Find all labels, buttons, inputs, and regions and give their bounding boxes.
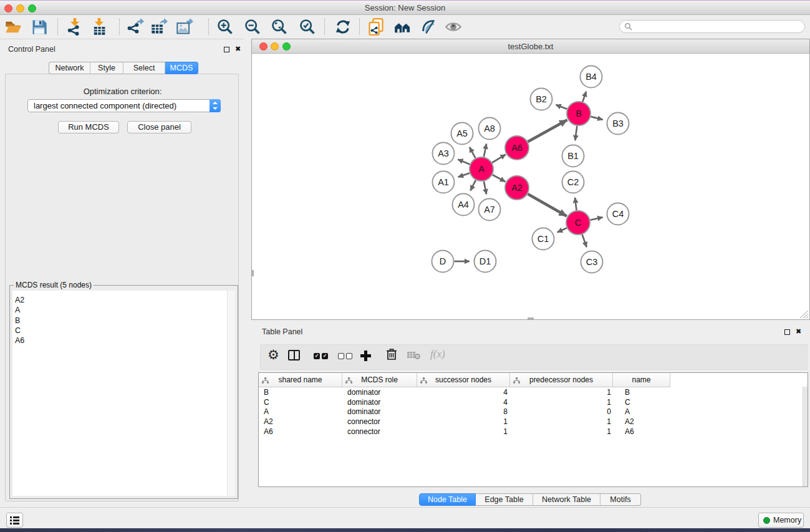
column-header-predecessor-nodes[interactable]: predecessor nodes [510, 373, 613, 387]
table-scrollbar[interactable] [803, 387, 808, 486]
node-C2[interactable]: C2 [562, 172, 584, 193]
refresh-icon[interactable] [334, 18, 352, 36]
mcds-result-list[interactable]: A2ABCA6 [12, 291, 235, 496]
delete-table-icon[interactable] [407, 351, 421, 362]
import-table-icon[interactable] [90, 18, 108, 36]
node-B[interactable]: B [567, 102, 591, 125]
edge-C-C4[interactable] [591, 217, 603, 220]
node-C1[interactable]: C1 [533, 228, 554, 250]
node-A3[interactable]: A3 [433, 143, 455, 165]
tab-node-table[interactable]: Node Table [419, 493, 476, 506]
edge-A-A5[interactable] [470, 147, 476, 158]
network-window-titlebar[interactable]: testGlobe.txt [252, 39, 809, 54]
edge-A-A8[interactable] [484, 144, 486, 157]
float-panel-icon[interactable] [224, 47, 229, 52]
show-panels-button[interactable] [6, 513, 23, 528]
table-close-icon[interactable]: ✖ [796, 327, 801, 336]
network-canvas[interactable]: AA1A2A3A4A5A6A7A8BB1B2B3B4CC1C2C3C4DD1 [252, 54, 809, 319]
mcds-result-item[interactable]: B [12, 316, 235, 326]
tab-network-table[interactable]: Network Table [533, 493, 600, 506]
edge-B-B4[interactable] [582, 92, 586, 102]
table-row[interactable]: Bdominator41B [259, 388, 803, 398]
edge-A-A3[interactable] [458, 159, 470, 164]
node-A2[interactable]: A2 [505, 176, 529, 200]
node-B2[interactable]: B2 [531, 89, 552, 110]
node-A8[interactable]: A8 [479, 118, 501, 140]
resize-grip[interactable] [799, 310, 809, 319]
column-header-successor-nodes[interactable]: successor nodes [417, 373, 510, 387]
mcds-result-item[interactable]: C [12, 326, 235, 336]
node-B3[interactable]: B3 [607, 113, 629, 135]
edge-B-B2[interactable] [556, 105, 567, 109]
zoom-selected-icon[interactable] [299, 18, 316, 36]
close-panel-button[interactable]: Close panel [127, 121, 191, 133]
edge-A-A1[interactable] [458, 173, 470, 177]
column-header-MCDS-role[interactable]: MCDS role [342, 373, 417, 387]
edge-C-C3[interactable] [582, 235, 587, 248]
memory-button[interactable]: Memory [758, 513, 804, 528]
edge-A-A2[interactable] [493, 175, 506, 181]
tab-select[interactable]: Select [123, 62, 165, 74]
tab-style[interactable]: Style [90, 62, 123, 74]
show-graphics-details-icon[interactable] [420, 18, 438, 36]
eye-icon[interactable] [445, 18, 462, 36]
table-row[interactable]: Cdominator41C [259, 398, 803, 408]
node-D1[interactable]: D1 [475, 251, 496, 273]
node-A[interactable]: A [470, 157, 493, 181]
zoom-out-icon[interactable] [244, 18, 261, 36]
table-row[interactable]: A2connector11A2 [259, 417, 803, 427]
zoom-fit-icon[interactable] [271, 18, 288, 36]
gear-icon[interactable]: ⚙ [268, 347, 279, 362]
export-table-icon[interactable] [150, 18, 168, 36]
clone-network-icon[interactable] [367, 18, 385, 36]
result-scrollbar[interactable] [227, 291, 235, 496]
import-network-icon[interactable] [66, 18, 84, 36]
open-session-icon[interactable] [4, 18, 22, 36]
split-view-icon[interactable] [288, 350, 300, 360]
mcds-result-item[interactable]: A2 [12, 291, 235, 305]
node-A1[interactable]: A1 [433, 172, 455, 193]
export-network-icon[interactable] [127, 18, 144, 36]
node-B4[interactable]: B4 [581, 66, 602, 88]
save-session-icon[interactable] [31, 18, 48, 36]
search-input[interactable] [619, 20, 805, 33]
column-header-name[interactable]: name [613, 373, 670, 387]
mcds-result-item[interactable]: A6 [12, 336, 235, 346]
edge-B-B1[interactable] [575, 126, 577, 140]
first-neighbors-icon[interactable] [394, 18, 412, 36]
run-mcds-button[interactable]: Run MCDS [58, 121, 119, 133]
zoom-in-icon[interactable] [216, 18, 234, 36]
deselect-all-icon[interactable] [338, 353, 352, 359]
edge-A2-C[interactable] [528, 194, 566, 216]
mcds-result-item[interactable]: A [12, 305, 235, 315]
add-column-icon[interactable] [360, 351, 371, 361]
node-C3[interactable]: C3 [581, 251, 603, 273]
tab-network[interactable]: Network [49, 62, 90, 74]
table-row[interactable]: Adominator80A [259, 407, 803, 417]
edge-A-A4[interactable] [470, 180, 476, 191]
edge-A-A6[interactable] [492, 155, 506, 163]
delete-icon[interactable] [386, 348, 397, 363]
select-all-icon[interactable]: ✓✓ [314, 353, 328, 359]
tab-edge-table[interactable]: Edge Table [476, 493, 533, 506]
node-A5[interactable]: A5 [451, 123, 473, 145]
column-header-shared-name[interactable]: shared name [259, 373, 342, 387]
node-A6[interactable]: A6 [505, 136, 529, 160]
edge-C-C2[interactable] [575, 198, 577, 210]
function-builder-icon[interactable]: f(x) [430, 348, 445, 360]
node-C[interactable]: C [566, 211, 590, 235]
node-B1[interactable]: B1 [562, 145, 584, 167]
tab-mcds[interactable]: MCDS [165, 62, 198, 74]
optimization-criterion-dropdown[interactable]: largest connected component (directed) [27, 99, 221, 112]
close-panel-icon[interactable]: ✖ [235, 45, 241, 53]
node-A4[interactable]: A4 [453, 194, 475, 216]
edge-A6-B[interactable] [528, 120, 567, 142]
edge-A-A7[interactable] [484, 181, 486, 195]
edge-B-B3[interactable] [591, 117, 602, 120]
export-image-icon[interactable] [176, 18, 193, 36]
table-row[interactable]: A6connector11A6 [259, 427, 803, 437]
tab-motifs[interactable]: Motifs [600, 493, 641, 506]
node-A7[interactable]: A7 [479, 199, 501, 221]
table-float-icon[interactable] [784, 329, 790, 335]
node-C4[interactable]: C4 [607, 203, 629, 225]
